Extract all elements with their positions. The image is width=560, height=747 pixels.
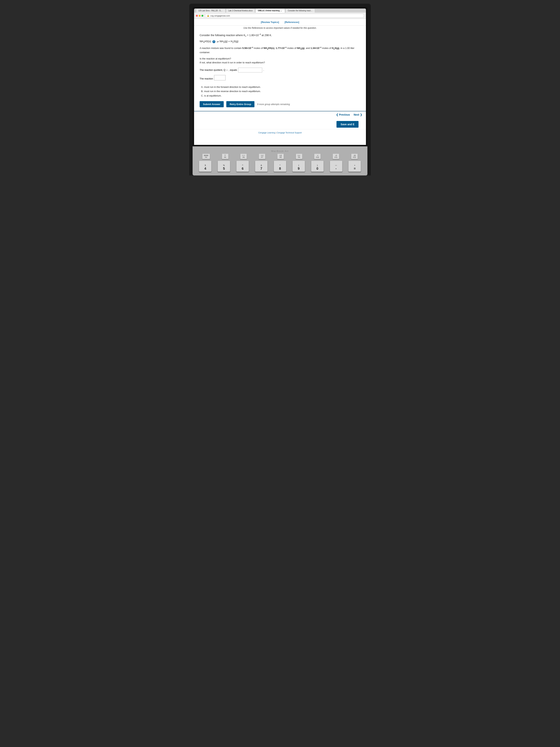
- choice-c: C. is at equilibrium.: [201, 94, 355, 98]
- reaction-label: The reaction: [199, 77, 213, 80]
- reaction-answer-box: [214, 75, 225, 80]
- reaction-right: NH3(g) + H2S(g): [220, 40, 239, 43]
- reaction-box-row: The reaction: [199, 75, 355, 82]
- reaction-equation: NH4HS(s) ? ⇌ NH3(g) + H2S(g): [199, 40, 355, 43]
- close-window-button[interactable]: [196, 15, 198, 17]
- navigation-row: ❮ Previous Next ❯: [194, 111, 366, 118]
- fn-key-row: ⊞⊞⊞ F4 ⠿ F5 ⊹⊹ F6 ◁◁ F7 ▷‖ F8 ▷▷ F9: [196, 154, 364, 159]
- sub-question-2: If not, what direction must it run in or…: [199, 61, 355, 65]
- kc-equals: = 1.80×10: [246, 34, 259, 37]
- choice-a: A. must run in the forward direction to …: [201, 85, 355, 89]
- chevron-right-icon: ❯: [360, 113, 362, 116]
- attempts-remaining: 9 more group attempts remaining: [257, 103, 290, 106]
- maximize-window-button[interactable]: [202, 15, 203, 17]
- key-f7[interactable]: ◁◁ F7: [259, 154, 265, 159]
- browser-tabs: 125 Lab Sims - FALL20 - SELAMP... Lab 2 …: [194, 8, 366, 12]
- key-0[interactable]: ) 0: [311, 161, 324, 172]
- key-equals[interactable]: + =: [348, 161, 361, 172]
- question-body: A reaction mixture was found to contain …: [199, 46, 355, 54]
- key-minus[interactable]: — -: [330, 161, 342, 172]
- key-9[interactable]: ( 9: [292, 161, 305, 172]
- page-header: [Review Topics] [References]: [194, 19, 366, 26]
- key-f10[interactable]: ◁ F10: [314, 154, 321, 159]
- sub-questions: Is the reaction at equilibrium? If not, …: [199, 57, 355, 65]
- key-f9[interactable]: ▷▷ F9: [296, 154, 302, 159]
- key-4[interactable]: $ 4: [199, 161, 212, 172]
- key-f6[interactable]: ⊹⊹ F6: [240, 154, 247, 159]
- retry-entire-group-button[interactable]: Retry Entire Group: [226, 101, 255, 107]
- qc-input-row: The reaction quotient, Qc, equals .: [199, 68, 355, 73]
- keyboard: MacBook Air ⊞⊞⊞ F4 ⠿ F5 ⊹⊹ F6 ◁◁ F7 ▷‖ F…: [193, 146, 367, 176]
- question-area: Consider the following reaction where Kc…: [194, 29, 361, 111]
- sub-question-1: Is the reaction at equilibrium?: [199, 57, 355, 61]
- cengage-support-link[interactable]: Cengage Technical Support: [277, 132, 302, 134]
- qc-equals: , equals: [229, 69, 237, 71]
- reaction-left: NH4HS(s): [199, 40, 211, 43]
- kc-suffix: at 298 K.: [261, 34, 272, 37]
- key-f12[interactable]: ◁)) F12: [351, 154, 358, 159]
- key-7[interactable]: & 7: [255, 161, 268, 172]
- previous-button[interactable]: ❮ Previous: [336, 113, 350, 116]
- choice-b: B. must run in the reverse direction to …: [201, 89, 355, 93]
- qc-label: The reaction quotient, Q: [199, 69, 225, 71]
- window-controls: [196, 15, 203, 17]
- key-6[interactable]: ^ 6: [236, 161, 249, 172]
- chevron-left-icon: ❮: [336, 113, 338, 116]
- key-f11[interactable]: ◁) F11: [332, 154, 339, 159]
- kc-exp: −4: [259, 33, 261, 35]
- save-exit-button[interactable]: Save and E: [337, 121, 358, 128]
- submit-answer-button[interactable]: Submit Answer: [199, 101, 224, 107]
- reaction-arrow: ⇌: [217, 40, 219, 43]
- browser-toolbar: 🔒 cvg.cengagenow.com: [194, 12, 366, 19]
- answer-choices: A. must run in the forward direction to …: [201, 85, 355, 98]
- next-label: Next: [354, 113, 359, 116]
- browser-content: [Review Topics] [References] Use the Ref…: [194, 19, 366, 145]
- num-key-row: $ 4 % 5 ^ 6 & 7 * 8 ( 9: [196, 161, 364, 172]
- macbook-label: MacBook Air: [196, 149, 364, 154]
- key-8[interactable]: * 8: [274, 161, 286, 172]
- review-topics-link[interactable]: [Review Topics]: [261, 21, 279, 24]
- qc-answer-input[interactable]: [238, 68, 262, 73]
- key-f4[interactable]: ⊞⊞⊞ F4: [202, 154, 210, 159]
- next-button[interactable]: Next ❯: [354, 113, 362, 116]
- tab-125-lab[interactable]: 125 Lab Sims - FALL20 - SELAMP...: [196, 8, 225, 12]
- previous-label: Previous: [339, 113, 350, 116]
- cengage-learning-link[interactable]: Cengage Learning: [258, 132, 275, 134]
- key-f5[interactable]: ⠿ F5: [222, 154, 229, 159]
- qc-sub: c: [226, 69, 228, 71]
- key-f8[interactable]: ▷‖ F8: [277, 154, 284, 159]
- key-5[interactable]: % 5: [218, 161, 230, 172]
- page-footer: Cengage Learning | Cengage Technical Sup…: [194, 129, 366, 136]
- lock-icon: 🔒: [207, 15, 209, 17]
- minimize-window-button[interactable]: [199, 15, 201, 17]
- references-note: Use the References to access important v…: [194, 26, 366, 29]
- question-title: Consider the following reaction where Kc…: [199, 33, 355, 37]
- tab-consider[interactable]: Consider the following reaction wher: [285, 8, 315, 12]
- references-link[interactable]: [References]: [285, 21, 299, 24]
- address-bar[interactable]: 🔒 cvg.cengagenow.com: [205, 14, 364, 18]
- url-text: cvg.cengagenow.com: [210, 15, 230, 17]
- tab-owlv2[interactable]: OWLv2 | Online teaching and learning res…: [256, 8, 285, 12]
- action-buttons: Submit Answer Retry Entire Group 9 more …: [199, 101, 355, 107]
- info-icon[interactable]: ?: [212, 40, 215, 43]
- question-title-text: Consider the following reaction where K: [199, 34, 245, 37]
- tab-lab2[interactable]: Lab 2 Chemical Kinetics.docx: [226, 8, 255, 12]
- period: .: [263, 69, 264, 71]
